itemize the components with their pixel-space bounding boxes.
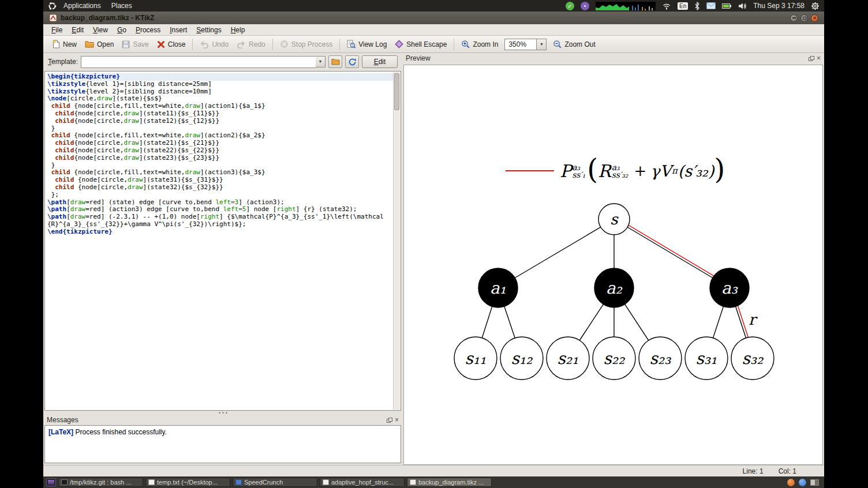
editor-scrollbar[interactable] (393, 72, 400, 410)
code-editor[interactable]: \begin{tikzpicture}\tikzstyle{level 1}=[… (44, 71, 401, 411)
menu-go[interactable]: Go (113, 25, 131, 35)
close-label: Close (168, 40, 186, 48)
wifi-icon[interactable] (662, 2, 671, 10)
updates-ok-icon[interactable]: ✓ (566, 2, 574, 10)
close-dock-icon[interactable]: × (817, 55, 821, 61)
open-button[interactable]: Open (81, 39, 118, 50)
close-dock-icon[interactable]: × (395, 417, 399, 423)
template-reload-button[interactable] (345, 55, 359, 68)
keyboard-layout-indicator[interactable]: En (678, 2, 688, 10)
show-desktop-button[interactable] (46, 478, 56, 486)
menu-settings[interactable]: Settings (192, 25, 226, 35)
panel-menu-applications[interactable]: Applications (59, 1, 106, 10)
toolbar-separator (339, 39, 340, 50)
tree-node-label-s32: s₃₂ (742, 349, 764, 368)
formula-rparen: ) (714, 155, 725, 183)
system-monitor-applet[interactable] (596, 2, 656, 10)
tree-node-label-s: s (610, 211, 619, 228)
red-backup-edge (615, 217, 731, 286)
view-log-button[interactable]: View Log (343, 38, 391, 50)
template-open-button[interactable] (328, 55, 342, 68)
taskbar-item[interactable]: backup_diagram.tikz ... (407, 478, 492, 487)
terminal-icon (61, 479, 68, 485)
taskbar-item[interactable]: SpeedCrunch (233, 478, 317, 487)
editor-code[interactable]: \begin{tikzpicture}\tikzstyle{level 1}=[… (45, 72, 393, 410)
template-combo[interactable]: ▼ (81, 56, 326, 68)
redo-button[interactable]: Redo (233, 39, 270, 50)
undock-icon[interactable] (809, 56, 814, 61)
edit-label: Edit (374, 58, 386, 66)
toolbar-separator (272, 39, 273, 50)
volume-icon[interactable] (738, 2, 747, 10)
window-buttons: × (790, 14, 818, 22)
clock[interactable]: Thu Sep 3 17:58 (753, 2, 805, 10)
maximize-button[interactable] (800, 14, 808, 22)
battery-icon[interactable] (722, 2, 732, 10)
zoom-level-combo[interactable]: 350% ▼ (504, 39, 547, 50)
time-tracker-icon[interactable]: • (581, 2, 589, 10)
stop-icon (280, 40, 289, 48)
open-label: Open (97, 40, 114, 48)
tree-node-label-s22: s₂₂ (604, 349, 626, 368)
text-icon (148, 479, 155, 485)
stop-label: Stop Process (291, 40, 332, 48)
close-window-button[interactable]: × (811, 14, 818, 22)
session-gear-icon[interactable] (811, 2, 820, 10)
zoom-out-icon (553, 40, 562, 48)
zoom-in-button[interactable]: Zoom In (457, 38, 502, 50)
menu-help[interactable]: Help (226, 25, 250, 35)
zoom-level-value: 350% (504, 39, 537, 50)
code-line: \path[draw=red] (-2.3,1) -- +(1,0) node[… (47, 213, 393, 228)
menu-file[interactable]: File (47, 25, 67, 35)
template-combo-arrow-icon[interactable]: ▼ (316, 56, 326, 67)
menu-process[interactable]: Process (131, 25, 165, 35)
taskbar-item[interactable]: temp.txt (~/Desktop... (145, 478, 230, 487)
tree-node-label-a3: a₃ (721, 279, 738, 298)
bluetooth-icon[interactable] (694, 2, 700, 10)
menu-view[interactable]: View (88, 25, 113, 35)
save-button[interactable]: Save (118, 39, 152, 50)
editor-messages-splitter[interactable] (44, 411, 401, 415)
editor-scrollbar-thumb[interactable] (394, 73, 399, 110)
taskbar: /tmp/ktikz.git : bash ...temp.txt (~/Des… (43, 476, 824, 488)
template-combo-value[interactable] (81, 56, 316, 68)
mail-icon[interactable] (706, 2, 716, 9)
shell-escape-button[interactable]: Shell Escape (391, 38, 451, 50)
preview-dock: Preview × sa₁a₂a₃s₁₁s₁₂s₂₁s₂₂s₂₃s₃₁s₃₂r … (403, 53, 823, 465)
menu-insert[interactable]: Insert (165, 25, 192, 35)
taskbar-item-label: temp.txt (~/Desktop... (157, 479, 218, 486)
panel-menu-places[interactable]: Places (107, 1, 137, 10)
taskbar-item[interactable]: adaptive_hopf_struc... (320, 478, 405, 487)
close-file-button[interactable]: Close (153, 39, 190, 50)
workspace-pager[interactable] (810, 479, 819, 486)
taskbar-item[interactable]: /tmp/ktikz.git : bash ... (58, 478, 143, 487)
stop-process-button[interactable]: Stop Process (276, 38, 336, 50)
tray-app-icon[interactable] (799, 479, 806, 486)
template-edit-button[interactable]: Edit (362, 55, 398, 68)
titlebar[interactable]: backup_diagram.tikz - KTikZ × (43, 12, 824, 24)
template-label: Template: (48, 58, 78, 66)
zoom-out-button[interactable]: Zoom Out (549, 38, 599, 50)
minimize-button[interactable] (790, 14, 798, 22)
menu-edit[interactable]: Edit (67, 25, 88, 35)
undock-icon[interactable] (387, 418, 392, 423)
code-line: \end{tikzpicture} (47, 228, 393, 236)
editor-column: Template: ▼ Edit \begin{tikzpicture}\tik… (44, 53, 401, 465)
calc-icon (235, 479, 242, 485)
undo-label: Undo (212, 40, 229, 48)
formula-P: P (560, 161, 571, 181)
code-line: child{node[circle,draw](state23){$s_{23}… (47, 155, 393, 162)
tree-node-label-s21: s₂₁ (558, 349, 579, 368)
reload-icon (348, 58, 357, 66)
formula-R: R (598, 161, 611, 181)
panel-indicators: ✓ • En (566, 2, 820, 10)
tree-node-label-s12: s₁₂ (511, 349, 533, 368)
distributor-logo-icon[interactable] (48, 2, 57, 10)
ktikz-window: backup_diagram.tikz - KTikZ × FileEditVi… (43, 12, 824, 476)
zoom-combo-arrow-icon[interactable]: ▼ (537, 39, 547, 50)
code-line: child {node[circle,draw](state32){$s_{32… (47, 184, 393, 192)
taskbar-item-label: adaptive_hopf_struc... (331, 479, 394, 486)
undo-button[interactable]: Undo (196, 39, 233, 50)
new-button[interactable]: New (48, 38, 81, 50)
tray-update-icon[interactable] (787, 479, 795, 486)
